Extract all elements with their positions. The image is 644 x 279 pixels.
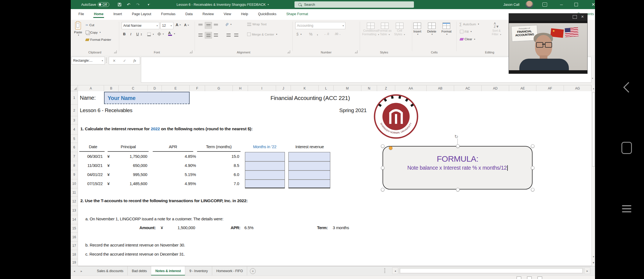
- row-header-4[interactable]: 4: [71, 124, 78, 135]
- column-header-AA[interactable]: AA: [395, 85, 427, 91]
- align-right-button[interactable]: [212, 32, 219, 38]
- row-header-19[interactable]: 19: [71, 259, 78, 266]
- input-interest-revenue[interactable]: [288, 152, 330, 188]
- avatar[interactable]: [525, 0, 533, 9]
- column-header-AG[interactable]: AG: [564, 85, 591, 91]
- row-header-13[interactable]: 13: [71, 206, 78, 215]
- sheet-nav-left-icon[interactable]: ◂: [71, 266, 78, 276]
- name-box-splitter[interactable]: [106, 58, 107, 63]
- formula-bar-expand-icon[interactable]: ▾: [592, 77, 593, 80]
- number-dialog-launcher[interactable]: [355, 50, 358, 53]
- undo-button[interactable]: ↶: [127, 0, 130, 9]
- formula-shape[interactable]: FORMULA: Note balance x Interest rate % …: [383, 146, 533, 189]
- note-row-2-date[interactable]: 11/30/21: [82, 163, 108, 168]
- scroll-up-icon[interactable]: ▴: [592, 86, 595, 91]
- ribbon-display-options-button[interactable]: ⌃: [542, 0, 547, 9]
- cell-q2a[interactable]: a. On November 1, LINGCORP issued a note…: [85, 216, 223, 221]
- insert-function-button[interactable]: fx: [133, 58, 136, 63]
- tab-help[interactable]: Help: [236, 9, 253, 20]
- note-row-4-date[interactable]: 07/15/22: [82, 181, 108, 186]
- align-middle-button[interactable]: [205, 22, 212, 29]
- user-name[interactable]: Jason Call: [503, 0, 519, 9]
- align-bottom-button[interactable]: [212, 22, 219, 28]
- cell-amount-value[interactable]: 1,500,000: [154, 225, 195, 230]
- webcam-overlay[interactable]: ✕ Principles of FINANCIAL ACCOUNTING ★: [509, 13, 588, 74]
- search-input[interactable]: Search: [294, 1, 414, 8]
- save-button[interactable]: [118, 0, 122, 9]
- tab-shape-format[interactable]: Shape Format: [281, 9, 313, 20]
- webcam-close-icon[interactable]: ✕: [581, 15, 584, 19]
- autosave-toggle[interactable]: AutoSave Off: [81, 0, 109, 9]
- tab-view[interactable]: View: [219, 9, 236, 20]
- note-row-4-term[interactable]: 7.0: [198, 181, 239, 186]
- horizontal-scroll-thumb[interactable]: [400, 268, 583, 273]
- note-row-1-date[interactable]: 06/30/21: [82, 154, 108, 159]
- note-row-3-date[interactable]: 04/01/22: [82, 172, 108, 177]
- row-header-15[interactable]: 15: [71, 224, 78, 233]
- orientation-button[interactable]: ab▾: [225, 23, 231, 26]
- redo-button[interactable]: ↷: [136, 0, 140, 9]
- borders-button[interactable]: ▾: [147, 32, 154, 36]
- hscroll-right-button[interactable]: ▸: [584, 267, 590, 274]
- font-color-button[interactable]: A▾: [168, 31, 175, 36]
- input-months-in-22[interactable]: [245, 152, 285, 188]
- italic-button[interactable]: I: [130, 32, 131, 36]
- note-row-4-principal[interactable]: 1,485,600: [106, 181, 147, 186]
- tab-home[interactable]: Home: [89, 9, 108, 20]
- row-header-8[interactable]: 8: [71, 161, 78, 170]
- column-header-N[interactable]: N: [361, 85, 377, 91]
- align-center-button[interactable]: [205, 32, 212, 39]
- tab-formulas[interactable]: Formulas: [156, 9, 180, 20]
- font-name-select[interactable]: Arial Narrow▾: [122, 22, 159, 29]
- column-header-G[interactable]: G: [205, 85, 233, 91]
- row-header-3[interactable]: 3: [71, 116, 78, 124]
- sheet-tab-9-inventory[interactable]: 9 - Inventory: [185, 266, 212, 276]
- close-button[interactable]: ✕: [589, 0, 597, 9]
- note-row-1-principal[interactable]: 1,750,000: [106, 154, 147, 159]
- column-header-K[interactable]: K: [291, 85, 319, 91]
- copy-button[interactable]: Copy▾: [86, 31, 101, 34]
- cell-apr-value[interactable]: 6.5%: [244, 225, 253, 230]
- percent-style-button[interactable]: %: [309, 32, 312, 36]
- bold-button[interactable]: B: [123, 32, 125, 36]
- cell-course-title[interactable]: Financial Accounting (ACC 221): [252, 95, 368, 101]
- name-box[interactable]: Rectangle:...▾: [71, 57, 105, 64]
- cut-button[interactable]: ✂Cut: [86, 23, 94, 27]
- document-title[interactable]: Lesson 6 - Receivables & Inventory Shang…: [170, 0, 275, 9]
- phone-back-icon[interactable]: [622, 82, 630, 93]
- row-header-7[interactable]: 7: [71, 152, 78, 161]
- confirm-entry-button[interactable]: ✓: [123, 59, 126, 63]
- row-header-18[interactable]: 18: [71, 250, 78, 259]
- row-header-17[interactable]: 17: [71, 242, 78, 250]
- sheet-tab-bad-debts[interactable]: Bad debts: [128, 266, 151, 276]
- sort-filter-button[interactable]: AZ▼ Sort &Filter ▾: [492, 22, 501, 36]
- clipboard-dialog-launcher[interactable]: [114, 50, 117, 53]
- column-header-J[interactable]: J: [276, 85, 291, 91]
- note-row-2-apr[interactable]: 4.90%: [155, 163, 196, 168]
- number-format-select[interactable]: Accounting▾: [295, 22, 345, 29]
- row-header-5[interactable]: 5: [71, 135, 78, 143]
- row-header-2[interactable]: 2: [71, 105, 78, 116]
- hdr-principal[interactable]: Principal: [108, 144, 149, 149]
- cell-q2b[interactable]: b. Record the accrued interest revenue o…: [85, 243, 185, 247]
- tab-data[interactable]: Data: [180, 9, 197, 20]
- horizontal-scrollbar[interactable]: [399, 267, 583, 274]
- column-header-F[interactable]: F: [190, 85, 205, 91]
- sheet-tab-homework-fifo[interactable]: Homework - FIFO: [212, 266, 247, 276]
- tab-insert[interactable]: Insert: [108, 9, 127, 20]
- autosum-button[interactable]: ∑AutoSum▾: [459, 22, 479, 26]
- column-header-AB[interactable]: AB: [427, 85, 454, 91]
- increase-decimal-button[interactable]: ←.0: [324, 32, 329, 36]
- decrease-decimal-button[interactable]: .00→: [334, 32, 341, 36]
- hdr-apr[interactable]: APR: [153, 144, 193, 149]
- column-header-A[interactable]: A: [78, 85, 104, 91]
- wrap-text-button[interactable]: Wrap Text: [247, 23, 266, 26]
- phone-menu-icon[interactable]: [622, 205, 631, 206]
- cell-term[interactable]: Spring 2021: [325, 107, 367, 113]
- note-row-3-term[interactable]: 6.0: [198, 172, 239, 177]
- decrease-font-button[interactable]: A˅: [184, 23, 189, 27]
- row-header-10[interactable]: 10: [71, 179, 78, 188]
- cell-question2[interactable]: 2. Use the T-accounts to record the foll…: [80, 198, 248, 203]
- note-row-1-term[interactable]: 15.0: [198, 154, 239, 159]
- column-header-E[interactable]: E: [162, 85, 190, 91]
